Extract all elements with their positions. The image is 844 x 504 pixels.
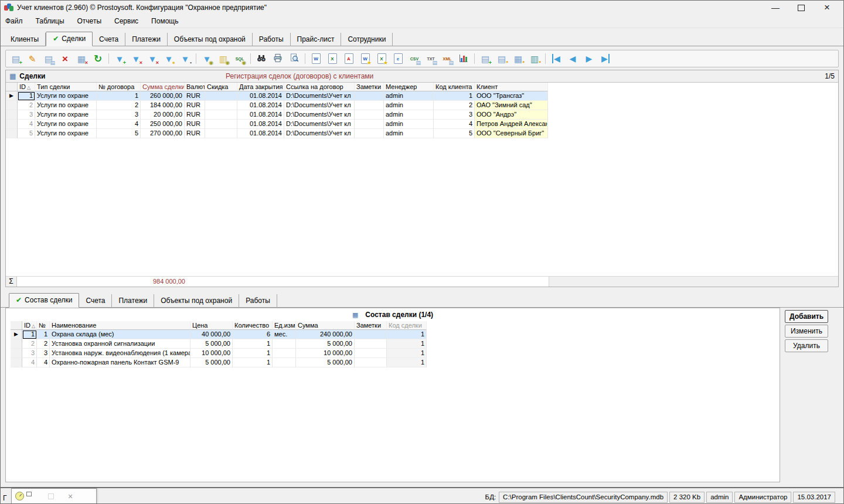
cell-id[interactable]: 1: [18, 91, 35, 101]
cell-id[interactable]: 5: [18, 129, 35, 138]
cell-link[interactable]: D:\Documents\Учет кл: [284, 129, 355, 138]
menu-item-Таблицы[interactable]: Таблицы: [36, 17, 64, 25]
cell-discount[interactable]: [205, 91, 237, 101]
cell-notes[interactable]: [355, 330, 387, 339]
cell-deal_code[interactable]: 1: [387, 339, 427, 349]
cell-type[interactable]: Услуги по охране: [35, 101, 97, 110]
cell-notes[interactable]: [355, 349, 387, 358]
cell-client_code[interactable]: 2: [434, 101, 475, 110]
column-header-link[interactable]: Ссылка на договор: [284, 83, 355, 91]
table-row[interactable]: 44Охранно-пожарная панель Контакт GSM-95…: [11, 358, 780, 367]
cell-notes[interactable]: [355, 91, 384, 101]
cell-contract_no[interactable]: 3: [97, 110, 141, 120]
cell-link[interactable]: D:\Documents\Учет кл: [284, 101, 355, 110]
cell-currency[interactable]: RUR: [185, 129, 205, 138]
chart-button[interactable]: [456, 51, 471, 66]
cell-deal_code[interactable]: 1: [387, 349, 427, 358]
cell-amount[interactable]: 250 000,00: [141, 120, 185, 129]
add-button[interactable]: Добавить: [785, 310, 828, 323]
table-row[interactable]: ▶11Охрана склада (мес)40 000,006мес.240 …: [11, 330, 780, 339]
column-header-no[interactable]: №: [37, 321, 50, 330]
cell-price[interactable]: 40 000,00: [190, 330, 233, 339]
cell-price[interactable]: 10 000,00: [190, 349, 233, 358]
table-row[interactable]: 22Установка охранной сигнализации5 000,0…: [11, 339, 780, 349]
edit-button[interactable]: Изменить: [785, 325, 828, 338]
tab-Сотрудники[interactable]: Сотрудники: [341, 33, 393, 46]
grid-settings-button[interactable]: ▦*: [511, 51, 526, 66]
column-header-contract_no[interactable]: № договора: [97, 83, 141, 91]
cell-manager[interactable]: admin: [384, 129, 434, 138]
merge-excel-button[interactable]: X★: [374, 51, 389, 66]
subtab-Объекты под охраной[interactable]: Объекты под охраной: [154, 294, 239, 308]
column-header-notes[interactable]: Заметки: [355, 83, 384, 91]
menu-item-Файл[interactable]: Файл: [5, 17, 23, 25]
column-header-amount[interactable]: Сумма сделки: [141, 83, 185, 91]
cell-qty[interactable]: 1: [233, 358, 273, 367]
nav-first-button[interactable]: ◀: [549, 51, 564, 66]
table-row[interactable]: 4Услуги по охране4250 000,00RUR01.08.201…: [6, 120, 838, 129]
nav-last-button[interactable]: ▶: [598, 51, 613, 66]
tab-Платежи[interactable]: Платежи: [125, 33, 168, 46]
subtab-Состав сделки[interactable]: ✔Состав сделки: [9, 293, 79, 308]
cell-currency[interactable]: RUR: [185, 91, 205, 101]
cell-currency[interactable]: RUR: [185, 110, 205, 120]
column-header-type[interactable]: Тип сделки: [35, 83, 97, 91]
cell-notes[interactable]: [355, 358, 387, 367]
cell-type[interactable]: Услуги по охране: [35, 120, 97, 129]
cell-price[interactable]: 5 000,00: [190, 339, 233, 349]
cell-manager[interactable]: admin: [384, 101, 434, 110]
cell-discount[interactable]: [205, 110, 237, 120]
cell-id[interactable]: 3: [18, 110, 35, 120]
form-settings-button[interactable]: ▤*: [494, 51, 509, 66]
copy-record-button[interactable]: ▤▤: [41, 51, 56, 66]
cell-client_code[interactable]: 5: [434, 129, 475, 138]
menu-item-Отчеты[interactable]: Отчеты: [77, 17, 101, 25]
column-header-price[interactable]: Цена: [190, 321, 233, 330]
nav-next-button[interactable]: ▶: [581, 51, 597, 66]
cell-no[interactable]: 2: [37, 339, 50, 349]
cell-link[interactable]: D:\Documents\Учет кл: [284, 91, 355, 101]
table-row[interactable]: 3Услуги по охране320 000,00RUR01.08.2014…: [6, 110, 838, 120]
cell-deal_code[interactable]: 1: [387, 358, 427, 367]
column-header-unit[interactable]: Ед.изм.: [273, 321, 296, 330]
cell-close_date[interactable]: 01.08.2014: [237, 110, 284, 120]
cell-sum[interactable]: 5 000,00: [296, 358, 355, 367]
cell-name[interactable]: Установка охранной сигнализации: [50, 339, 190, 349]
cell-id[interactable]: 4: [22, 358, 37, 367]
table-row[interactable]: 33Установка наруж. видеонаблюдения (1 ка…: [11, 349, 780, 358]
cell-deal_code[interactable]: 1: [387, 330, 427, 339]
cell-unit[interactable]: [273, 358, 296, 367]
cell-client_code[interactable]: 1: [434, 91, 475, 101]
cell-client[interactable]: Петров Андрей Алексан: [475, 120, 548, 129]
cell-manager[interactable]: admin: [384, 120, 434, 129]
cell-qty[interactable]: 6: [233, 330, 273, 339]
add-subrecord-button[interactable]: ▤+: [478, 51, 493, 66]
cell-close_date[interactable]: 01.08.2014: [237, 91, 284, 101]
cell-name[interactable]: Охрана склада (мес): [50, 330, 190, 339]
cell-client[interactable]: ООО "Андрэ": [475, 110, 548, 120]
cell-amount[interactable]: 260 000,00: [141, 91, 185, 101]
column-header-notes[interactable]: Заметки: [355, 321, 387, 330]
cell-type[interactable]: Услуги по охране: [35, 91, 97, 101]
cell-no[interactable]: 4: [37, 358, 50, 367]
print-button[interactable]: [270, 51, 285, 66]
refresh-button[interactable]: ↻: [90, 51, 106, 66]
cell-link[interactable]: D:\Documents\Учет кл: [284, 110, 355, 120]
export-csv-button[interactable]: CSV▤: [407, 51, 422, 66]
sql-view-button[interactable]: SQL◉: [232, 51, 247, 66]
cell-contract_no[interactable]: 4: [97, 120, 141, 129]
cell-sum[interactable]: 240 000,00: [296, 330, 355, 339]
cell-id[interactable]: 3: [22, 349, 37, 358]
subtab-Платежи[interactable]: Платежи: [112, 294, 154, 308]
menu-item-Сервис[interactable]: Сервис: [114, 17, 138, 25]
subtab-Счета[interactable]: Счета: [79, 294, 112, 308]
cell-type[interactable]: Услуги по охране: [35, 110, 97, 120]
tab-Объекты под охраной[interactable]: Объекты под охраной: [168, 33, 253, 46]
tree-view-button[interactable]: ▥◉: [216, 51, 231, 66]
column-header-id[interactable]: ID△: [18, 83, 35, 91]
cell-notes[interactable]: [355, 339, 387, 349]
cell-qty[interactable]: 1: [233, 349, 273, 358]
cell-manager[interactable]: admin: [384, 91, 434, 101]
cell-id[interactable]: 2: [18, 101, 35, 110]
export-xml-button[interactable]: XML▤: [440, 51, 455, 66]
